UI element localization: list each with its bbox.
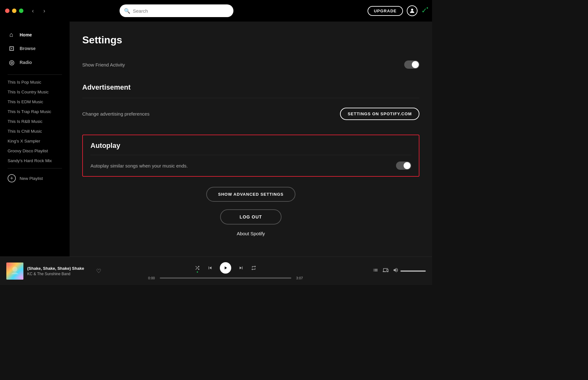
sidebar-item-browse[interactable]: ⊡ Browse [0, 41, 70, 55]
play-button[interactable] [220, 262, 231, 274]
volume-track[interactable] [400, 270, 426, 272]
home-icon: ⌂ [8, 31, 15, 38]
settings-on-spotify-button[interactable]: SETTINGS ON SPOTIFY.COM [340, 108, 419, 120]
time-current: 0:00 [146, 276, 157, 280]
sidebar-playlist-edm[interactable]: This Is EDM Music [0, 97, 70, 107]
volume-bar-area [393, 267, 426, 275]
volume-icon[interactable] [393, 267, 399, 275]
progress-track[interactable] [160, 277, 291, 279]
ad-divider [82, 98, 419, 98]
upgrade-button[interactable]: UPGRADE [368, 6, 403, 16]
sidebar-nav: ⌂ Home ⊡ Browse ◎ Radio [0, 25, 70, 72]
track-info: (Shake, Shake, Shake) Shake KC & The Sun… [27, 266, 92, 276]
sidebar-playlist-sandy[interactable]: Sandy's Hard Rock Mix [0, 156, 70, 166]
titlebar-right: UPGRADE ✓● [368, 5, 427, 16]
sidebar-item-label-home: Home [20, 32, 32, 37]
player-bar: (Shake, Shake, Shake) Shake KC & The Sun… [0, 256, 432, 285]
maximize-button[interactable] [19, 9, 23, 13]
sidebar-divider-2 [8, 168, 62, 168]
track-name: (Shake, Shake, Shake) Shake [27, 266, 92, 271]
sidebar-playlist-pop[interactable]: This Is Pop Music [0, 77, 70, 87]
sidebar-item-label-browse: Browse [20, 46, 36, 51]
new-playlist-label: New Playlist [20, 176, 43, 181]
svg-point-2 [12, 267, 17, 272]
sidebar-playlist-country[interactable]: This Is Country Music [0, 87, 70, 97]
sidebar-playlist-groovy[interactable]: Groovy Disco Playlist [0, 146, 70, 156]
sidebar-playlist-trap[interactable]: This Is Trap Rap Music [0, 107, 70, 117]
autoplay-toggle-knob [404, 162, 411, 169]
radio-icon: ◎ [8, 59, 15, 66]
back-button[interactable]: ‹ [28, 6, 37, 15]
settings-content: Settings Show Friend Activity Advertisem… [70, 22, 432, 256]
user-icon[interactable] [407, 5, 418, 16]
search-bar[interactable]: 🔍 [120, 4, 233, 17]
advertisement-section: Advertisement Change advertising prefere… [82, 83, 419, 124]
nav-arrows: ‹ › [28, 6, 49, 15]
devices-button[interactable] [383, 267, 388, 275]
sidebar-playlist-rnb[interactable]: This Is R&B Music [0, 117, 70, 126]
close-button[interactable] [5, 9, 9, 13]
titlebar: ‹ › 🔍 UPGRADE ✓● [0, 0, 432, 22]
player-left: (Shake, Shake, Shake) Shake KC & The Sun… [6, 263, 101, 280]
next-button[interactable] [238, 265, 244, 271]
sidebar-playlist-chill[interactable]: This Is Chill Music [0, 126, 70, 136]
browse-icon: ⊡ [8, 45, 15, 52]
autoplay-desc: Autoplay similar songs when your music e… [90, 163, 188, 168]
friend-activity-section: Show Friend Activity [82, 56, 419, 73]
friend-activity-toggle[interactable] [404, 60, 419, 69]
sidebar-item-home[interactable]: ⌂ Home [0, 28, 70, 41]
sidebar-item-radio[interactable]: ◎ Radio [0, 55, 70, 69]
previous-button[interactable] [207, 265, 213, 271]
autoplay-toggle[interactable] [396, 162, 411, 170]
player-right [350, 267, 426, 275]
logout-button[interactable]: LOG OUT [220, 209, 282, 225]
album-art [6, 263, 23, 280]
minimize-button[interactable] [12, 9, 16, 13]
ad-preferences-row: Change advertising preferences SETTINGS … [82, 103, 419, 124]
check-icon: ✓● [421, 7, 427, 15]
sidebar-divider [8, 74, 62, 75]
queue-button[interactable] [373, 267, 378, 275]
shuffle-button[interactable] [195, 265, 200, 271]
like-button[interactable]: ♡ [96, 268, 101, 275]
advertisement-title: Advertisement [82, 83, 419, 92]
traffic-lights [5, 9, 23, 13]
volume-fill [400, 270, 426, 272]
search-input[interactable] [133, 8, 229, 14]
ad-prefs-label: Change advertising preferences [82, 111, 150, 117]
shuffle-dot [197, 271, 198, 273]
sidebar-playlist-kings[interactable]: King's X Sampler [0, 136, 70, 146]
sidebar-new-playlist[interactable]: + New Playlist [0, 171, 70, 186]
progress-bar-area: 0:00 3:07 [146, 276, 305, 280]
main-layout: ⌂ Home ⊡ Browse ◎ Radio This Is Pop Musi… [0, 22, 432, 256]
autoplay-section: Autoplay Autoplay similar songs when you… [82, 135, 419, 177]
autoplay-divider [90, 155, 411, 155]
repeat-button[interactable] [251, 265, 257, 271]
friend-activity-label: Show Friend Activity [82, 62, 125, 67]
show-advanced-button[interactable]: SHOW ADVANCED SETTINGS [206, 187, 296, 202]
svg-point-0 [411, 9, 413, 11]
about-spotify[interactable]: About Spotify [82, 231, 419, 236]
autoplay-title: Autoplay [90, 142, 411, 150]
autoplay-row: Autoplay similar songs when your music e… [90, 162, 411, 170]
track-artist: KC & The Sunshine Band [27, 272, 92, 276]
sidebar-item-label-radio: Radio [20, 60, 32, 65]
forward-button[interactable]: › [40, 6, 49, 15]
page-title: Settings [82, 34, 419, 46]
time-total: 3:07 [294, 276, 305, 280]
sidebar: ⌂ Home ⊡ Browse ◎ Radio This Is Pop Musi… [0, 22, 70, 256]
friend-activity-row: Show Friend Activity [82, 56, 419, 73]
search-icon: 🔍 [124, 8, 130, 14]
toggle-knob [412, 61, 419, 68]
plus-circle-icon: + [8, 174, 16, 182]
player-center: 0:00 3:07 [101, 262, 350, 280]
player-controls [195, 262, 257, 274]
